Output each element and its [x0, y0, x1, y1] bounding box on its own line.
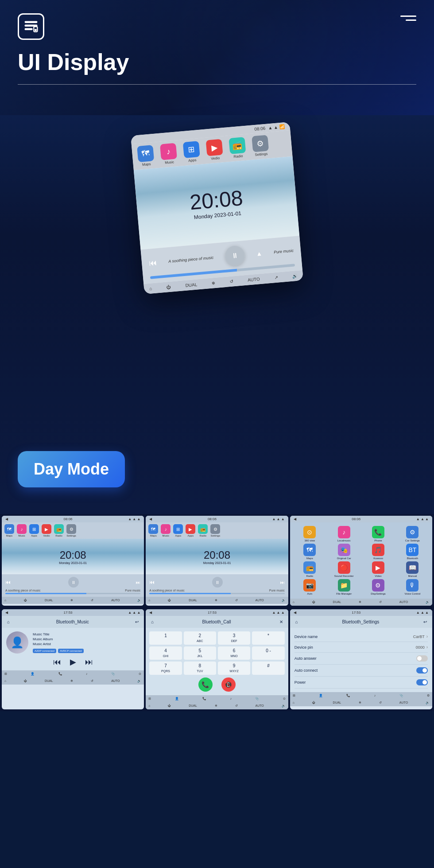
sc2-prev[interactable]: ⏮	[149, 579, 155, 585]
ac-icon[interactable]: ❄	[211, 280, 215, 286]
sc2-vedio[interactable]: ▶ Apps	[186, 524, 195, 537]
device-pin-chevron[interactable]: ›	[426, 645, 428, 650]
sc5-music-icon[interactable]: ♪	[230, 697, 232, 701]
app-kuwooo[interactable]: 🎵 Kuwooo	[362, 544, 394, 560]
sc6-music-icon[interactable]: ♪	[374, 694, 376, 697]
power-icon[interactable]: ⏻	[166, 284, 171, 290]
dial-7[interactable]: 7PQRS	[149, 662, 182, 675]
sc4-clip-icon[interactable]: 📎	[111, 672, 115, 676]
sc1-back[interactable]: ◀	[5, 517, 8, 521]
dial-3[interactable]: 3DEF	[218, 631, 250, 645]
sc1-play-btn[interactable]: ⏸	[68, 577, 79, 588]
app-soundrecorder[interactable]: 🔴 Sound Recorder	[328, 561, 360, 577]
call-accept-btn[interactable]: 📞	[198, 677, 213, 692]
sc6-back[interactable]: ◀	[294, 611, 296, 615]
power-toggle[interactable]	[416, 679, 428, 685]
home-icon-bottom[interactable]: ⌂	[149, 286, 152, 291]
sc5-ac2[interactable]: ❄	[215, 704, 217, 708]
dial-2[interactable]: 2ABC	[184, 631, 216, 645]
app-phone[interactable]: 📞 Phone	[362, 526, 394, 542]
nav-app-radio[interactable]: 📻 Radio	[229, 137, 246, 159]
sc3-home[interactable]: ⌂	[293, 600, 294, 604]
sc1-ac[interactable]: ❄	[70, 599, 73, 602]
dial-0dash[interactable]: 0 -	[252, 646, 284, 660]
sc2-back[interactable]: ◀	[149, 517, 152, 521]
play-pause-btn[interactable]: ⏸	[224, 245, 245, 266]
sc1-progress[interactable]	[5, 593, 140, 594]
dial-9[interactable]: 9WXYZ	[218, 662, 250, 675]
sc1-music[interactable]: ♪ Music	[17, 524, 27, 537]
sc4-next-btn[interactable]: ⏭	[85, 658, 93, 667]
sc1-power[interactable]: ⏻	[24, 599, 27, 602]
sc4-ac2[interactable]: ❄	[70, 679, 73, 683]
dial-4[interactable]: 4GHI	[149, 646, 182, 660]
sc2-next[interactable]: ⏭	[280, 580, 285, 585]
app-carsettings[interactable]: ⚙ Car Settings	[396, 526, 429, 542]
sc5-phone-icon[interactable]: 📞	[202, 697, 206, 701]
sc4-prev-btn[interactable]: ⏮	[53, 658, 61, 667]
volume-icon[interactable]: 🔊	[292, 273, 298, 279]
sc5-power2[interactable]: ⏻	[168, 704, 171, 708]
app-avin[interactable]: 📷 Avin	[294, 579, 326, 595]
sc2-settings[interactable]: ⚙ Settings	[210, 524, 220, 537]
app-dispsettings[interactable]: ⚙ DispSettings	[362, 579, 394, 595]
sc4-back[interactable]: ◀	[5, 611, 8, 615]
app-filemanager[interactable]: 📁 File Manager	[328, 579, 360, 595]
app-localmusic[interactable]: ♪ Localmusic	[328, 526, 360, 542]
app-originalcar[interactable]: 🎭 Original Car	[328, 544, 360, 560]
sc3-vol[interactable]: 🔊	[426, 600, 430, 604]
sc1-vol[interactable]: 🔊	[137, 599, 141, 602]
app-video2[interactable]: ▶ Video	[362, 561, 394, 577]
next-btn[interactable]: ▲	[256, 250, 263, 257]
sc1-prev[interactable]: ⏮	[5, 579, 11, 585]
sc2-sync[interactable]: ↺	[235, 599, 238, 602]
sc1-radio[interactable]: 📻 Radio	[54, 524, 64, 537]
sc2-ac[interactable]: ❄	[215, 599, 217, 602]
sc1-home[interactable]: ⌂	[4, 599, 6, 602]
call-end-btn[interactable]: 📵	[221, 677, 236, 692]
sc4-power2[interactable]: ⏻	[24, 679, 27, 683]
sc3-ac[interactable]: ❄	[359, 600, 361, 604]
sc4-person-icon[interactable]: 👤	[31, 672, 35, 676]
sc4-home-icon[interactable]: ⌂	[7, 619, 10, 624]
arrow-icon[interactable]: ↗	[274, 275, 278, 280]
sc5-grid-icon[interactable]: ⊞	[148, 697, 151, 701]
sc5-sync2[interactable]: ↺	[235, 704, 238, 708]
sc2-maps[interactable]: 🗺 Maps	[148, 524, 158, 537]
app-maps2[interactable]: 🗺 Maps	[294, 544, 326, 560]
auto-connect-toggle[interactable]	[416, 667, 428, 673]
sc2-play-btn[interactable]: ⏸	[212, 577, 223, 588]
sc5-person-icon[interactable]: 👤	[175, 697, 179, 701]
sc5-vol2[interactable]: 🔊	[282, 704, 286, 708]
prev-btn[interactable]: ⏮	[148, 258, 157, 268]
sc5-back[interactable]: ◀	[149, 611, 152, 615]
dial-hash[interactable]: #	[252, 662, 284, 675]
sc2-music[interactable]: ♪ Music	[161, 524, 170, 537]
sc6-settings-icon[interactable]: ⚙	[427, 694, 430, 697]
sc4-circle-icon[interactable]: ⊙	[139, 672, 141, 676]
nav-app-video[interactable]: ▶ Vedio	[206, 139, 224, 161]
sc3-back[interactable]: ◀	[294, 517, 296, 521]
sc1-maps[interactable]: 🗺 Maps	[4, 524, 14, 537]
sc4-back-icon[interactable]: ↩	[135, 619, 139, 624]
menu-button[interactable]	[400, 16, 416, 21]
sc1-next[interactable]: ⏭	[136, 580, 140, 585]
sc6-grid-icon[interactable]: ⊞	[293, 694, 295, 697]
sc3-sync[interactable]: ↺	[379, 600, 382, 604]
sc6-clip-icon[interactable]: 📎	[399, 694, 403, 697]
dial-1[interactable]: 1	[149, 631, 182, 645]
sc5-clip-icon[interactable]: 📎	[255, 697, 259, 701]
dial-6[interactable]: 6MNO	[218, 646, 250, 660]
sc1-settings[interactable]: ⚙ Settings	[66, 524, 76, 537]
sc6-phone-icon[interactable]: 📞	[346, 694, 350, 697]
nav-app-apps[interactable]: ⊞ Apps	[183, 141, 201, 163]
sc6-back-icon[interactable]: ↩	[423, 619, 427, 624]
sc4-home2[interactable]: ⌂	[4, 679, 6, 683]
sc2-radio[interactable]: 📻 Radio	[198, 524, 208, 537]
sc2-power[interactable]: ⏻	[168, 599, 171, 602]
sc2-progress[interactable]	[149, 593, 284, 594]
sc2-home[interactable]: ⌂	[148, 599, 150, 602]
dial-star[interactable]: *	[252, 631, 284, 645]
nav-app-music[interactable]: ♪ Music	[160, 143, 178, 165]
sc6-sync2[interactable]: ↺	[379, 701, 382, 705]
